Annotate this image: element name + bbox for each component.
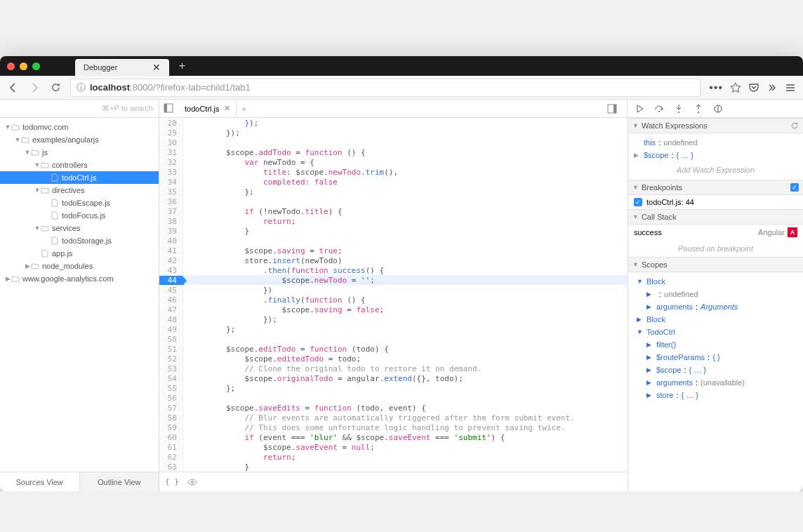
line-number[interactable]: 54 [159, 374, 183, 383]
code-line[interactable]: 28 }); [159, 118, 628, 128]
line-number[interactable]: 56 [159, 394, 183, 403]
close-window-button[interactable] [7, 62, 15, 70]
line-number[interactable]: 33 [159, 168, 183, 177]
code-line[interactable]: 51 $scope.editTodo = function (todo) { [159, 344, 628, 354]
step-out-button[interactable] [694, 104, 703, 114]
line-number[interactable]: 50 [159, 335, 183, 344]
line-number[interactable]: 32 [159, 158, 183, 167]
bookmark-icon[interactable] [730, 82, 741, 93]
code-line[interactable]: 30 [159, 138, 628, 147]
code-line[interactable]: 32 var newTodo = { [159, 157, 628, 167]
code-line[interactable]: 34 completed: false [159, 177, 628, 187]
source-search-hint[interactable]: ⌘+P to search [0, 100, 159, 117]
code-line[interactable]: 52 $scope.editedTodo = todo; [159, 354, 628, 364]
tree-folder[interactable]: ▼examples/angularjs [0, 133, 159, 146]
code-line[interactable]: 56 [159, 393, 628, 403]
add-editor-tab-button[interactable]: + [237, 105, 252, 113]
line-number[interactable]: 42 [159, 256, 183, 265]
resume-button[interactable] [635, 104, 644, 114]
tree-file[interactable]: todoFocus.js [0, 209, 159, 222]
new-tab-button[interactable]: + [173, 58, 190, 74]
step-over-button[interactable] [654, 104, 664, 114]
line-number[interactable]: 31 [159, 148, 183, 157]
scope-item[interactable]: ▶filter() [634, 338, 797, 351]
code-line[interactable]: 54 $scope.originalTodo = angular.extend(… [159, 373, 628, 383]
blackbox-button[interactable] [187, 477, 197, 487]
line-number[interactable]: 63 [159, 463, 183, 472]
watch-header[interactable]: ▼ Watch Expressions [628, 118, 803, 133]
tree-folder[interactable]: ▶node_modules [0, 260, 159, 272]
forward-button[interactable] [28, 81, 41, 94]
browser-tab[interactable]: Debugger ✕ [75, 59, 169, 76]
tree-file[interactable]: todoStorage.js [0, 234, 159, 247]
maximize-window-button[interactable] [32, 62, 40, 70]
line-number[interactable]: 48 [159, 315, 183, 324]
add-watch-expression[interactable]: Add Watch Expression [634, 166, 797, 174]
code-line[interactable]: 29 }); [159, 128, 628, 138]
code-line[interactable]: 40 [159, 236, 628, 246]
code-area[interactable]: 28 });29 });3031 $scope.addTodo = functi… [159, 118, 628, 472]
tab-sources-view[interactable]: Sources View [0, 472, 79, 491]
scope-item[interactable]: ▶$routeParams: { } [634, 351, 797, 364]
watch-item[interactable]: this: undefined [634, 136, 797, 149]
callstack-header[interactable]: ▼ Call Stack [628, 209, 803, 225]
minimize-window-button[interactable] [20, 62, 27, 70]
breakpoints-header[interactable]: ▼ Breakpoints ✓ [628, 180, 803, 195]
line-number[interactable]: 38 [159, 217, 183, 226]
line-number[interactable]: 37 [159, 207, 183, 216]
tree-folder[interactable]: ▶www.google-analytics.com [0, 272, 159, 285]
code-line[interactable]: 47 $scope.saving = false; [159, 305, 628, 314]
code-line[interactable]: 50 [159, 334, 628, 344]
line-number[interactable]: 57 [159, 404, 183, 413]
page-actions-icon[interactable]: ••• [709, 81, 723, 94]
tree-folder[interactable]: ▼controllers [0, 159, 159, 171]
site-info-icon[interactable]: ⓘ [77, 81, 86, 94]
line-number[interactable]: 29 [159, 128, 183, 138]
code-line[interactable]: 63 } [159, 462, 628, 472]
pocket-icon[interactable] [748, 82, 759, 93]
toggle-left-panel-button[interactable] [164, 103, 175, 114]
tab-outline-view[interactable]: Outline View [79, 472, 159, 491]
scope-item[interactable]: ▼Block [634, 275, 797, 288]
pretty-print-button[interactable]: { } [165, 477, 179, 486]
callstack-frame[interactable]: success Angular A [628, 225, 803, 240]
line-number[interactable]: 39 [159, 227, 183, 236]
line-number[interactable]: 62 [159, 453, 183, 462]
code-line[interactable]: 36 [159, 197, 628, 206]
line-number[interactable]: 41 [159, 246, 183, 255]
scope-item[interactable]: ▶store: { … } [634, 389, 797, 401]
line-number[interactable]: 28 [159, 119, 183, 128]
code-line[interactable]: 57 $scope.saveEdits = function (todo, ev… [159, 403, 628, 413]
code-line[interactable]: 48 }); [159, 314, 628, 324]
overflow-icon[interactable] [766, 82, 778, 93]
code-line[interactable]: 39 } [159, 226, 628, 236]
code-line[interactable]: 49 }; [159, 324, 628, 334]
toggle-all-breakpoints[interactable]: ✓ [790, 183, 799, 192]
step-in-button[interactable] [674, 104, 684, 114]
code-line[interactable]: 61 $scope.saveEvent = null; [159, 442, 628, 452]
code-line[interactable]: 45 }) [159, 285, 628, 295]
close-tab-icon[interactable]: ✕ [152, 62, 161, 73]
line-number[interactable]: 35 [159, 187, 183, 197]
tree-folder[interactable]: ▼services [0, 222, 159, 234]
code-line[interactable]: 38 return; [159, 216, 628, 226]
code-line[interactable]: 44 $scope.newTodo = ''; [159, 275, 628, 285]
line-number[interactable]: 49 [159, 325, 183, 334]
refresh-watch-button[interactable] [790, 121, 799, 130]
code-line[interactable]: 55 }; [159, 383, 628, 393]
line-number[interactable]: 43 [159, 266, 183, 275]
line-number[interactable]: 59 [159, 423, 183, 432]
line-number[interactable]: 47 [159, 305, 183, 314]
close-editor-tab-icon[interactable]: ✕ [224, 104, 230, 113]
tree-folder[interactable]: ▼todomvc.com [0, 121, 159, 133]
line-number[interactable]: 55 [159, 384, 183, 393]
line-number[interactable]: 44 [159, 276, 183, 285]
code-line[interactable]: 53 // Clone the original todo to restore… [159, 364, 628, 373]
tree-file[interactable]: app.js [0, 247, 159, 260]
code-line[interactable]: 31 $scope.addTodo = function () { [159, 147, 628, 157]
code-line[interactable]: 43 .then(function success() { [159, 265, 628, 275]
line-number[interactable]: 60 [159, 433, 183, 442]
url-field[interactable]: ⓘ localhost:8000/?firefox-tab=child1/tab… [70, 79, 701, 97]
line-number[interactable]: 51 [159, 345, 183, 354]
line-number[interactable]: 61 [159, 443, 183, 452]
